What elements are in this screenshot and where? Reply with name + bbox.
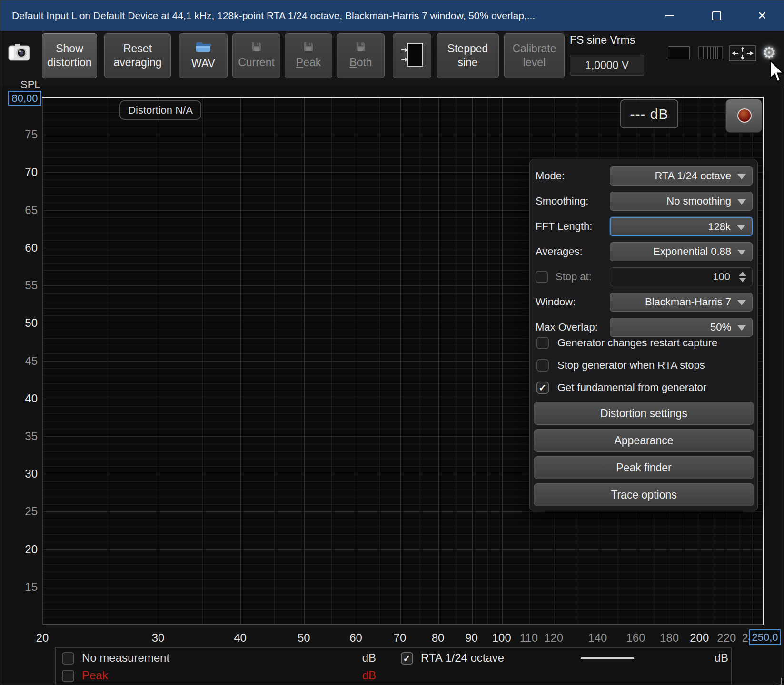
calibrate-level-button[interactable]: Calibrate level <box>504 33 565 78</box>
mode-dropdown[interactable]: RTA 1/24 octave <box>610 166 753 186</box>
maximize-button[interactable] <box>707 9 726 22</box>
gear-icon[interactable]: ⚙ <box>762 43 776 62</box>
plot-right-limit-line <box>763 97 764 625</box>
legend-checkbox[interactable]: ✓ <box>401 652 413 665</box>
x-tick-label: 120 <box>536 631 571 645</box>
y-tick-label: 15 <box>8 580 38 594</box>
h-gridline <box>43 564 763 565</box>
save-wav-button[interactable]: WAV <box>179 33 228 78</box>
mouse-cursor <box>770 60 784 87</box>
h-gridline <box>43 519 763 519</box>
fs-sine-vrms-input[interactable]: 1,0000 V <box>570 55 644 76</box>
spinner-up-icon[interactable] <box>739 272 746 276</box>
h-gridline <box>43 511 763 512</box>
stepped-sine-button[interactable]: Stepped sine <box>437 33 499 78</box>
y-tick-label: 45 <box>8 354 38 368</box>
window-dropdown[interactable]: Blackman-Harris 7 <box>610 293 753 312</box>
y-tick-label: 60 <box>8 241 38 254</box>
chevron-down-icon <box>737 325 746 331</box>
plain-graph-icon[interactable] <box>668 46 690 59</box>
settings-checkbox-row: ✓Stop generator when RTA stops <box>530 359 757 372</box>
dropdown-value: RTA 1/24 octave <box>655 167 731 185</box>
smoothing-dropdown[interactable]: No smoothing <box>610 192 753 211</box>
x-tick-label: 40 <box>223 631 257 645</box>
settings-checkbox-row: ✓Get fundamental from generator <box>530 382 757 394</box>
x-tick-label: 160 <box>618 631 653 645</box>
save-current-button[interactable]: Current <box>232 33 280 78</box>
x-tick-label: 80 <box>421 631 455 645</box>
settings-label: Mode: <box>536 166 565 186</box>
legend-unit: dB <box>334 651 376 665</box>
settings-row-fftlength: FFT Length:128k <box>530 217 757 236</box>
legend-unit: dB <box>686 651 728 665</box>
appearance-button[interactable]: Appearance <box>534 429 754 452</box>
h-gridline <box>43 527 763 527</box>
rta-settings-panel: Mode:RTA 1/24 octaveSmoothing:No smoothi… <box>529 159 758 511</box>
y-tick-label: 35 <box>8 430 38 443</box>
show-distortion-button[interactable]: Show distortion <box>42 33 97 78</box>
x-tick-label: 30 <box>141 631 175 645</box>
rta-trace-line-sample <box>581 657 634 659</box>
expand-axes-icon[interactable] <box>729 45 756 63</box>
stop-at-checkbox[interactable]: ✓ <box>536 271 548 283</box>
window-resize-grip[interactable] <box>774 678 782 685</box>
screenshot-camera-icon[interactable] <box>8 41 30 65</box>
settings-checkbox[interactable]: ✓ <box>536 359 549 372</box>
settings-row-mode: Mode:RTA 1/24 octave <box>530 166 757 186</box>
y-tick-label: 65 <box>8 204 38 217</box>
arrows-into-box-icon <box>400 41 425 70</box>
distortion-readout-badge: Distortion N/A <box>119 100 201 120</box>
save-both-button[interactable]: Both <box>337 33 385 78</box>
save-peak-button[interactable]: Peak <box>285 33 332 78</box>
title-bar: Default Input L on Default Device at 44,… <box>0 0 784 31</box>
x-tick-label: 60 <box>339 631 373 645</box>
settings-row-averages: Averages:Exponential 0.88 <box>530 242 757 261</box>
settings-checkbox[interactable]: ✓ <box>536 382 549 394</box>
h-gridline <box>43 602 763 602</box>
peak-finder-button[interactable]: Peak finder <box>534 456 754 479</box>
trace-options-button[interactable]: Trace options <box>534 483 754 506</box>
h-gridline <box>43 572 763 572</box>
y-axis-title: SPL <box>20 78 40 91</box>
h-gridline <box>43 542 763 542</box>
legend-checkbox[interactable]: ✓ <box>62 670 74 682</box>
settings-label: Stop at: <box>556 267 592 286</box>
settings-checkbox[interactable]: ✓ <box>536 337 549 349</box>
y-tick-label: 25 <box>8 505 38 518</box>
v-gridline <box>456 97 456 624</box>
settings-label: Window: <box>536 293 576 312</box>
floppy-disk-icon <box>303 41 314 54</box>
chevron-down-icon <box>737 225 745 230</box>
legend-checkbox[interactable]: ✓ <box>62 652 74 665</box>
input-monitor-button[interactable] <box>393 33 431 78</box>
reset-averaging-button[interactable]: Reset averaging <box>104 33 171 78</box>
averages-dropdown[interactable]: Exponential 0.88 <box>610 242 753 261</box>
checkbox-label: Generator changes restart capture <box>557 337 717 349</box>
settings-label: Averages: <box>536 242 583 261</box>
h-gridline <box>43 595 763 595</box>
minimize-icon <box>665 15 674 16</box>
fftlength-dropdown[interactable]: 128k <box>610 217 753 236</box>
h-gridline <box>43 609 763 610</box>
record-button[interactable] <box>725 99 762 133</box>
y-tick-label: 40 <box>8 392 38 405</box>
settings-row-smoothing: Smoothing:No smoothing <box>530 192 757 211</box>
x-axis-max-input[interactable]: 250,0 <box>749 629 781 645</box>
x-tick-label: 20 <box>25 631 60 645</box>
distortion-settings-button[interactable]: Distortion settings <box>534 402 754 425</box>
stop-at-spinner[interactable]: 100 <box>610 267 753 286</box>
h-gridline <box>43 150 763 150</box>
y-tick-label: 55 <box>8 279 38 292</box>
x-tick-label: 50 <box>287 631 321 645</box>
v-gridline <box>274 97 275 624</box>
settings-label: Max Overlap: <box>536 318 598 337</box>
spinner-down-icon[interactable] <box>739 278 746 282</box>
frequency-grid-icon[interactable] <box>698 46 723 61</box>
v-gridline-major <box>240 97 241 624</box>
y-axis-max-input[interactable]: 80,00 <box>8 91 41 106</box>
minimize-button[interactable] <box>660 9 679 22</box>
maxoverlap-dropdown[interactable]: 50% <box>610 318 753 337</box>
legend-panel: ✓No measurementdB✓PeakdB✓RTA 1/24 octave… <box>55 647 732 684</box>
close-button[interactable]: ✕ <box>753 9 772 22</box>
v-gridline-major <box>438 97 439 624</box>
